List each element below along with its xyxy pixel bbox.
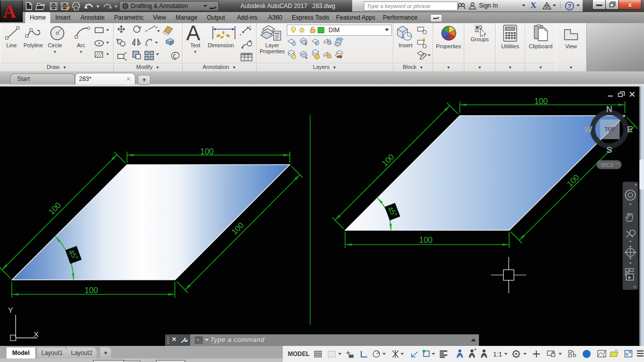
svg-text:100: 100 — [534, 97, 548, 106]
svg-text:100: 100 — [565, 173, 581, 189]
svg-text:100: 100 — [380, 152, 396, 168]
svg-text:?: ? — [568, 3, 571, 10]
svg-text:100: 100 — [200, 147, 214, 156]
svg-text:S: S — [606, 145, 612, 155]
svg-text:Y: Y — [8, 306, 13, 314]
svg-text:100: 100 — [419, 236, 433, 244]
svg-text:1:1: 1:1 — [493, 350, 502, 358]
svg-text:B: B — [633, 285, 636, 289]
svg-text:N: N — [606, 105, 612, 114]
svg-text:E: E — [627, 125, 632, 134]
svg-text:100: 100 — [47, 201, 62, 216]
svg-text:W: W — [584, 125, 593, 134]
svg-text:TOP: TOP — [605, 127, 615, 132]
svg-text:X: X — [34, 330, 39, 338]
svg-text:100: 100 — [85, 286, 98, 295]
svg-text:WCS: WCS — [601, 162, 614, 168]
